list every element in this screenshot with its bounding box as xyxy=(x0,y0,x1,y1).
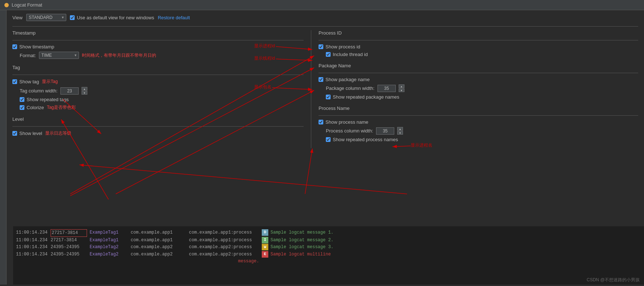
tag-show-annotation: 显示Tag xyxy=(42,79,58,85)
show-repeated-processes-label[interactable]: Show repeated process names xyxy=(326,137,398,142)
package-width-up[interactable]: ▲ xyxy=(399,84,404,88)
log-level-1: D xyxy=(262,229,268,236)
package-name-section: Package Name Show package name Package c… xyxy=(319,63,638,100)
show-tag-text: Show tag xyxy=(19,79,39,84)
show-package-name-row: Show package name xyxy=(319,77,638,82)
log-tag-4: ExampleTag2 xyxy=(87,251,131,258)
svg-line-14 xyxy=(79,165,407,194)
show-process-id-text: Show process id xyxy=(325,44,360,49)
view-select[interactable]: STANDARD COMPACT VERBOSE xyxy=(26,14,66,21)
log-msg-1: Sample logcat message 1. xyxy=(270,229,333,236)
tag-width-up[interactable]: ▲ xyxy=(82,87,87,91)
default-view-checkbox-label[interactable]: Use as default view for new windows xyxy=(70,15,154,20)
show-package-name-text: Show package name xyxy=(325,77,370,82)
include-thread-id-label[interactable]: Include thread id xyxy=(326,52,368,57)
log-proc-1: com.example.app1:process xyxy=(189,229,262,236)
log-level-4: E xyxy=(262,251,268,258)
process-width-input[interactable] xyxy=(376,127,394,135)
show-process-name-text: Show process name xyxy=(325,119,368,125)
timestamp-divider xyxy=(12,40,304,40)
process-id-section: Process ID Show process id Include threa… xyxy=(319,30,638,57)
show-package-name-label[interactable]: Show package name xyxy=(319,77,370,82)
package-width-spinner: ▲ ▼ xyxy=(399,84,404,92)
show-repeated-tags-label[interactable]: Show repeated tags xyxy=(20,97,69,102)
tag-width-down[interactable]: ▼ xyxy=(82,91,87,95)
log-tag-1: ExampleTag1 xyxy=(87,229,131,236)
show-process-id-checkbox[interactable] xyxy=(319,44,323,49)
process-name-section: Process Name Show process name Process c… xyxy=(319,106,638,142)
restore-default-link[interactable]: Restore default xyxy=(158,15,190,20)
format-select[interactable]: TIME DATETIME EPOCH NONE xyxy=(39,52,79,59)
colorize-checkbox[interactable] xyxy=(20,105,24,110)
view-select-wrapper: STANDARD COMPACT VERBOSE xyxy=(26,14,66,21)
default-view-checkbox[interactable] xyxy=(70,15,75,20)
show-timestamp-label[interactable]: Show timestamp xyxy=(12,44,54,49)
colorize-row: Colorize Tag是否带色彩 xyxy=(12,104,304,111)
log-tag-3: ExampleTag2 xyxy=(87,244,131,251)
two-col-layout: Timestamp Show timestamp Format: TIME xyxy=(12,30,638,148)
show-timestamp-checkbox[interactable] xyxy=(12,44,17,49)
show-tag-label[interactable]: Show tag xyxy=(12,79,39,84)
colorize-text: Colorize xyxy=(27,105,44,110)
log-msg-2: Sample logcat message 2. xyxy=(270,237,333,244)
format-label: Format: xyxy=(20,53,36,58)
timestamp-section-title: Timestamp xyxy=(12,30,304,37)
log-preview: 11:00:14.234 27217-3814 ExampleTag1 com.… xyxy=(13,226,644,285)
log-msg-3: Sample logcat message 3. xyxy=(270,244,333,251)
level-section-title: Level xyxy=(12,116,304,123)
show-repeated-processes-row: Show repeated process names xyxy=(319,137,638,142)
colorize-label[interactable]: Colorize xyxy=(20,105,44,110)
main-content: View STANDARD COMPACT VERBOSE Use as def… xyxy=(0,10,644,285)
show-process-name-row: Show process name xyxy=(319,119,638,125)
show-timestamp-text: Show timestamp xyxy=(19,44,54,49)
left-column: Timestamp Show timestamp Format: TIME xyxy=(12,30,311,148)
show-process-name-checkbox[interactable] xyxy=(319,120,323,124)
show-repeated-packages-text: Show repeated package names xyxy=(333,94,399,100)
log-row-4: 11:00:14.234 24395-24395 ExampleTag2 com… xyxy=(16,251,641,258)
show-repeated-packages-checkbox[interactable] xyxy=(326,95,331,99)
show-process-name-label[interactable]: Show process name xyxy=(319,119,368,125)
show-process-id-label[interactable]: Show process id xyxy=(319,44,360,49)
show-repeated-processes-checkbox[interactable] xyxy=(326,137,331,142)
log-tag-2: ExampleTag1 xyxy=(87,237,131,244)
log-row-1: 11:00:14.234 27217-3814 ExampleTag1 com.… xyxy=(16,229,641,237)
tag-width-row: Tag column width: ▲ ▼ xyxy=(12,87,304,95)
log-pid-2: 27217-3814 xyxy=(51,237,87,244)
process-width-down[interactable]: ▼ xyxy=(397,131,403,135)
show-level-checkbox[interactable] xyxy=(12,131,17,136)
log-pkg-2: com.example.app1 xyxy=(131,237,189,244)
package-width-row: Package column width: ▲ ▼ xyxy=(319,84,638,92)
view-label: View xyxy=(12,15,23,20)
show-level-label[interactable]: Show level xyxy=(12,131,42,136)
tag-section: Tag Show tag 显示Tag Tag column width: xyxy=(12,65,304,111)
watermark: CSDN @不想迷路的小男孩 xyxy=(586,277,640,283)
show-process-id-row: Show process id xyxy=(319,44,638,49)
title-icon xyxy=(4,3,9,7)
top-divider xyxy=(12,26,638,27)
log-row-3: 11:00:14.234 24395-24395 ExampleTag2 com… xyxy=(16,244,641,251)
title-text: Logcat Format xyxy=(12,2,42,8)
include-thread-id-text: Include thread id xyxy=(333,52,368,57)
show-repeated-packages-label[interactable]: Show repeated package names xyxy=(326,94,399,100)
timestamp-annotation: 时间格式，有带年月日跟不带年月日的 xyxy=(82,52,156,59)
process-width-up[interactable]: ▲ xyxy=(397,127,403,131)
log-ts-2: 11:00:14.234 xyxy=(16,237,51,244)
show-package-name-checkbox[interactable] xyxy=(319,77,323,82)
package-width-down[interactable]: ▼ xyxy=(399,88,404,92)
log-pid-1: 27217-3814 xyxy=(51,229,87,237)
include-thread-id-checkbox[interactable] xyxy=(326,52,331,57)
default-view-label: Use as default view for new windows xyxy=(77,15,154,20)
log-row-2: 11:00:14.234 27217-3814 ExampleTag1 com.… xyxy=(16,237,641,244)
tag-width-input[interactable] xyxy=(60,87,79,95)
show-level-row: Show level 显示日志等级 xyxy=(12,130,304,136)
log-pkg-4: com.example.app2 xyxy=(131,251,189,258)
show-repeated-tags-checkbox[interactable] xyxy=(20,97,24,102)
package-width-input[interactable] xyxy=(378,85,396,92)
log-row-4b: message. xyxy=(16,258,641,265)
process-width-spinner: ▲ ▼ xyxy=(397,127,403,135)
package-name-divider xyxy=(319,73,638,73)
package-width-label: Package column width: xyxy=(326,86,375,91)
show-tag-checkbox[interactable] xyxy=(12,79,17,84)
log-pid-4: 24395-24395 xyxy=(51,251,87,258)
log-pkg-1: com.example.app1 xyxy=(131,229,189,236)
